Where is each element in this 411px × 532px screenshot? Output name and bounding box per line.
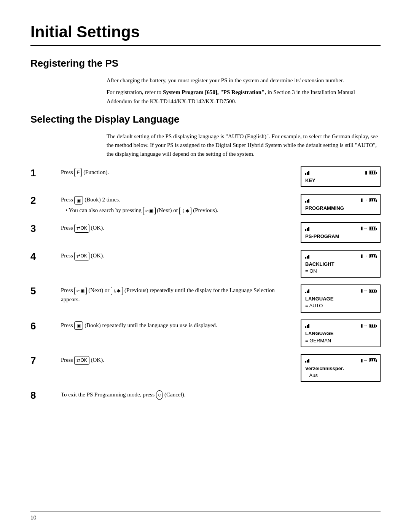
display-6-label: LANGUAGE [305,330,376,337]
arrow-icon-4: ▮→ [360,253,368,259]
step-3-text: Press ⇄OK (OK). [61,222,293,233]
signal-icon-5 [305,289,309,293]
step-5-display: ▮→ LA [301,284,381,312]
page-footer: 10 [30,511,381,521]
step-2-btn-prev: ⤹✱ [179,207,191,216]
step-3: 3 Press ⇄OK (OK). [30,222,381,243]
step-8: 8 To exit the PS Programming mode, press… [30,389,381,401]
display-2-label: PROGRAMMING [305,205,376,212]
step-number-8: 8 [30,389,49,401]
step-3-display: ▮→ PS [301,222,381,243]
step-4-text: Press ⇄OK (OK). [61,250,293,260]
battery-icon-4 [369,254,376,258]
step-2-btn-next: ⤺▣ [143,207,156,216]
step-3-btn-ok: ⇄OK [74,224,89,233]
step-1-text: Press F (Function). [61,166,293,177]
step-5-btn-next: ⤺▣ [74,287,87,296]
arrow-icon-5: ▮→ [360,288,368,294]
step-number-4: 4 [30,250,49,262]
arrow-icon-2: ▮→ [360,197,368,203]
battery-icon-7 [369,358,376,362]
steps-section: 1 Press F (Function). [30,166,381,401]
battery-icon-2 [369,198,376,202]
step-number-5: 5 [30,284,49,297]
signal-icon-4 [305,254,309,259]
step-4-display: ▮→ BA [301,250,381,278]
step-4: 4 Press ⇄OK (OK). [30,250,381,278]
signal-icon-3 [305,226,309,231]
registering-para2: For registration, refer to System Progra… [107,88,381,106]
step-number-6: 6 [30,320,49,332]
section-title-display-language: Selecting the Display Language [30,113,381,125]
display-1-label: KEY [305,177,376,184]
step-number-1: 1 [30,166,49,179]
step-1-btn-f: F [74,168,82,177]
display-7-value: = Aus [305,372,376,379]
step-number-7: 7 [30,354,49,367]
step-1: 1 Press F (Function). [30,166,381,187]
step-8-btn-cancel: c [156,390,163,399]
display-4-label: BACKLIGHT [305,261,376,268]
display-7-label: Verzeichnissper. [305,365,376,372]
display-3-label: PS-PROGRAM [305,233,376,240]
step-5: 5 Press ⤺▣ (Next) or ⤹✱ (Previous) repea… [30,284,381,312]
registering-para1: After charging the battery, you must reg… [107,76,381,85]
page-number: 10 [30,514,37,521]
step-number-3: 3 [30,222,49,235]
section-intro: The default setting of the PS displaying… [107,132,381,159]
arrow-icon-6: ▮→ [360,323,368,329]
step-6-display: ▮→ LA [301,320,381,347]
display-6-value: = GERMAN [305,337,376,344]
page-title: Initial Settings [30,23,381,46]
arrow-icon-3: ▮→ [360,225,368,232]
section-registering: Registering the PS After charging the ba… [30,58,381,106]
signal-icon-7 [305,358,309,363]
section-display-language: Selecting the Display Language The defau… [30,113,381,401]
step-7-text: Press ⇄OK (OK). [61,354,293,365]
book-icon: ▮ [365,169,368,176]
step-4-btn-ok: ⇄OK [74,252,89,260]
step-2-text: Press ▣ (Book) 2 times. • You can also s… [61,194,293,215]
step-6: 6 Press ▣ (Book) repeatedly until the la… [30,320,381,347]
step-6-text: Press ▣ (Book) repeatedly until the lang… [61,320,293,330]
display-5-value: = AUTO [305,302,376,309]
battery-icon [369,171,376,174]
section-title-registering: Registering the PS [30,58,381,69]
battery-icon-6 [369,324,376,328]
display-4-value: = ON [305,268,376,275]
step-2-btn-book: ▣ [74,196,83,205]
page: Initial Settings Registering the PS Afte… [0,0,411,532]
step-6-btn-book: ▣ [74,321,83,330]
battery-icon-3 [369,227,376,230]
step-7: 7 Press ⇄OK (OK). [30,354,381,382]
display-5-label: LANGUAGE [305,296,376,302]
step-2: 2 Press ▣ (Book) 2 times. • You can also… [30,194,381,215]
signal-icon-2 [305,198,309,203]
signal-icon-6 [305,323,309,328]
step-2-display: ▮→ PR [301,194,381,215]
signal-icon [305,170,309,175]
step-5-text: Press ⤺▣ (Next) or ⤹✱ (Previous) repeate… [61,284,293,304]
step-5-btn-prev: ⤹✱ [111,287,123,296]
step-7-btn-ok: ⇄OK [74,356,89,365]
section-body-registering: After charging the battery, you must reg… [107,76,381,106]
step-7-display: ▮→ Ve [301,354,381,382]
arrow-icon-7: ▮→ [360,357,368,364]
step-1-display: ▮ KEY [301,166,381,187]
step-number-2: 2 [30,194,49,206]
battery-icon-5 [369,289,376,293]
step-8-text: To exit the PS Programming mode, press c… [61,389,381,400]
